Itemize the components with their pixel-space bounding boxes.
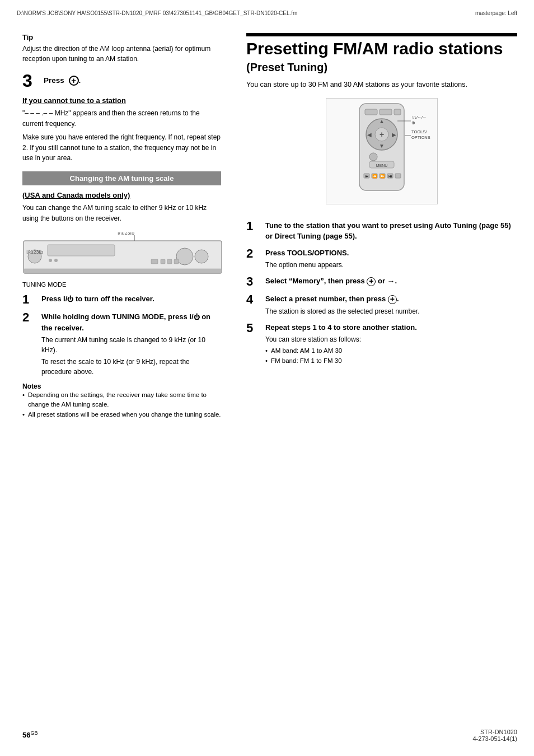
svg-point-6 <box>195 250 208 263</box>
svg-text:⏪: ⏪ <box>372 174 377 179</box>
usa-canada-body: You can change the AM tuning scale to ei… <box>22 203 221 223</box>
right-step-5-body: Repeat steps 1 to 4 to store another sta… <box>265 322 417 366</box>
circle-plus-icon: + <box>367 277 376 286</box>
note-item-2: All preset stations will be erased when … <box>22 410 221 419</box>
cannot-tune-body2: Make sure you have entered the right fre… <box>22 132 221 164</box>
section-heading: Changing the AM tuning scale <box>22 171 221 185</box>
left-step-2-body: While holding down TUNING MODE, press I/… <box>41 311 221 377</box>
file-path: D:\NORM'S JOB\SONY HA\SO0155\STR-DN1020_… <box>17 10 297 16</box>
svg-rect-9 <box>151 259 158 264</box>
step-3-text: Press <box>44 76 64 85</box>
svg-rect-8 <box>24 269 222 273</box>
right-step-2-title: Press TOOLS/OPTIONS. <box>265 249 349 257</box>
left-step-1-body: Press I/⏻ to turn off the receiver. <box>41 293 154 305</box>
remote-area: + ▲ ▼ ◀ ▶ TOOLS/ OPTIONS ↑/↓/←/→ ⊕ <box>246 98 517 212</box>
right-step-4: 4 Select a preset number, then press +. … <box>246 293 517 316</box>
left-step-2-desc1: The current AM tuning scale is changed t… <box>41 335 221 355</box>
right-step-4-body: Select a preset number, then press +. Th… <box>265 293 419 316</box>
right-steps: 1 Tune to the station that you want to p… <box>246 220 517 366</box>
svg-text:▼: ▼ <box>379 143 385 149</box>
right-step-3-title: Select “Memory”, then press + or →. <box>265 277 397 285</box>
svg-rect-11 <box>167 259 172 264</box>
circle-plus-2-icon: + <box>388 295 397 304</box>
step-3-content: Press +. <box>44 72 81 86</box>
svg-rect-2 <box>48 245 115 256</box>
note-item-1: Depending on the settings, the receiver … <box>22 390 221 410</box>
right-step-2: 2 Press TOOLS/OPTIONS. The option menu a… <box>246 248 517 270</box>
svg-text:⏮: ⏮ <box>365 174 369 178</box>
left-step-1-title: Press I/⏻ to turn off the receiver. <box>41 295 154 303</box>
right-step-2-body: Press TOOLS/OPTIONS. The option menu app… <box>265 248 349 270</box>
notes-list: Depending on the settings, the receiver … <box>22 390 221 419</box>
svg-rect-12 <box>174 259 179 264</box>
svg-text:I/\u23fb: I/\u23fb <box>26 249 43 255</box>
right-step-5: 5 Repeat steps 1 to 4 to store another s… <box>246 322 517 366</box>
usa-canada-heading: (USA and Canada models only) <box>22 191 221 199</box>
right-step-1-body: Tune to the station that you want to pre… <box>265 220 517 242</box>
left-step-1: 1 Press I/⏻ to turn off the receiver. <box>22 293 221 306</box>
left-step-2: 2 While holding down TUNING MODE, press … <box>22 311 221 377</box>
bottom-right-ref: STR-DN1020 4-273-051-14(1) <box>473 729 518 742</box>
right-step-5-title: Repeat steps 1 to 4 to store another sta… <box>265 323 417 332</box>
tip-text: Adjust the direction of the AM loop ante… <box>22 44 221 64</box>
cannot-tune-section: If you cannot tune to a station "– – – .… <box>22 96 221 164</box>
svg-text:⊕: ⊕ <box>411 120 415 125</box>
step-3-num: 3 <box>22 72 39 90</box>
right-step-1-title: Tune to the station that you want to pre… <box>265 221 511 241</box>
svg-text:▶: ▶ <box>392 132 396 138</box>
plus-circle-icon: + <box>69 76 79 86</box>
arrow-right-icon: → <box>387 277 395 286</box>
right-subtitle: (Preset Tuning) <box>246 61 517 74</box>
svg-text:▲: ▲ <box>379 118 385 124</box>
svg-text:I/\u23fb: I/\u23fb <box>118 232 134 236</box>
svg-point-32 <box>369 153 377 161</box>
page-container: D:\NORM'S JOB\SONY HA\SO0155\STR-DN1020_… <box>0 0 534 756</box>
right-step-1: 1 Tune to the station that you want to p… <box>246 220 517 242</box>
ref1: STR-DN1020 <box>473 729 518 735</box>
svg-text:⏩: ⏩ <box>380 174 385 179</box>
tip-title: Tip <box>22 33 221 41</box>
left-step-2-desc2: To reset the scale to 10 kHz (or 9 kHz),… <box>41 357 221 377</box>
receiver-image-area: I/\u23fb I/\u23fb TUNING MODE <box>22 229 221 288</box>
right-step-3-body: Select “Memory”, then press + or →. <box>265 276 397 287</box>
receiver-svg: I/\u23fb I/\u23fb <box>22 232 224 277</box>
svg-text:↑/↓/←/→: ↑/↓/←/→ <box>411 115 427 119</box>
page-num: 56 <box>22 731 30 739</box>
notes-title: Notes <box>22 382 221 390</box>
right-step-2-desc: The option menu appears. <box>265 260 349 270</box>
usa-canada-section: (USA and Canada models only) You can cha… <box>22 191 221 223</box>
right-step-2-num: 2 <box>246 248 262 260</box>
svg-text:OPTIONS: OPTIONS <box>411 135 430 140</box>
svg-rect-10 <box>161 259 165 264</box>
svg-text:◀: ◀ <box>367 132 372 138</box>
cannot-tune-body1: "– – – .– – MHz" appears and then the sc… <box>22 108 221 129</box>
device-label: TUNING MODE <box>22 281 221 288</box>
right-heading-bar <box>246 33 517 36</box>
tip-box: Tip Adjust the direction of the AM loop … <box>22 33 221 64</box>
svg-rect-17 <box>380 109 392 115</box>
right-step-5-num: 5 <box>246 322 262 334</box>
svg-point-4 <box>54 259 58 262</box>
page-number: 56GB <box>22 730 38 739</box>
svg-text:MENU: MENU <box>376 164 388 167</box>
svg-rect-18 <box>394 109 401 115</box>
right-main-title: Presetting FM/AM radio stations <box>246 39 517 59</box>
right-column: Presetting FM/AM radio stations (Preset … <box>235 27 534 425</box>
cannot-tune-heading: If you cannot tune to a station <box>22 96 221 105</box>
svg-rect-40 <box>395 174 401 178</box>
two-col-layout: Tip Adjust the direction of the AM loop … <box>0 22 534 425</box>
svg-rect-16 <box>365 109 377 115</box>
right-step-5-bullets: AM band: AM 1 to AM 30 FM band: FM 1 to … <box>265 346 417 366</box>
svg-point-3 <box>49 259 52 262</box>
left-step-1-num: 1 <box>22 293 38 306</box>
ref2: 4-273-051-14(1) <box>473 735 518 742</box>
left-step-2-num: 2 <box>22 311 38 324</box>
left-steps-list: 1 Press I/⏻ to turn off the receiver. 2 … <box>22 293 221 377</box>
right-step-3-num: 3 <box>246 276 262 288</box>
remote-image: + ▲ ▼ ◀ ▶ TOOLS/ OPTIONS ↑/↓/←/→ ⊕ <box>326 98 438 204</box>
right-step-4-num: 4 <box>246 293 262 306</box>
notes-section: Notes Depending on the settings, the rec… <box>22 382 221 419</box>
right-step-1-num: 1 <box>246 220 262 232</box>
header-meta: D:\NORM'S JOB\SONY HA\SO0155\STR-DN1020_… <box>0 0 534 22</box>
right-intro: You can store up to 30 FM and 30 AM stat… <box>246 80 517 90</box>
